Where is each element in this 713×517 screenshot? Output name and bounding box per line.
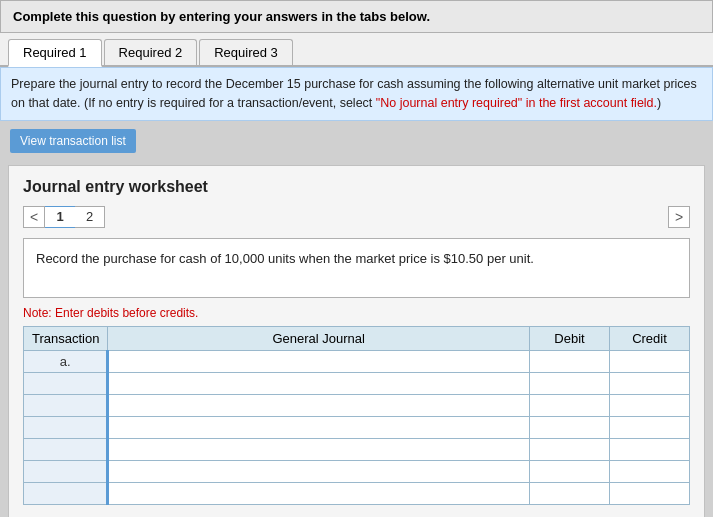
debit-input-4[interactable]: [534, 420, 605, 435]
table-row: [24, 416, 690, 438]
description-box: Record the purchase for cash of 10,000 u…: [23, 238, 690, 298]
col-header-debit: Debit: [530, 326, 610, 350]
journal-entry-3[interactable]: [108, 394, 530, 416]
current-page[interactable]: 1: [45, 206, 75, 228]
transaction-cell-5: [24, 438, 108, 460]
info-text: Prepare the journal entry to record the …: [11, 77, 697, 110]
view-transaction-list-button[interactable]: View transaction list: [10, 129, 136, 153]
debit-input-2[interactable]: [534, 376, 605, 391]
credit-input-1[interactable]: [614, 354, 685, 369]
worksheet-title: Journal entry worksheet: [23, 178, 690, 196]
tab-required-3[interactable]: Required 3: [199, 39, 293, 65]
transaction-cell-6: [24, 460, 108, 482]
journal-entry-1[interactable]: [108, 350, 530, 372]
main-panel: Journal entry worksheet < 1 2 > Record t…: [8, 165, 705, 518]
tab-required-1[interactable]: Required 1: [8, 39, 102, 67]
transaction-cell-3: [24, 394, 108, 416]
debit-input-5[interactable]: [534, 442, 605, 457]
journal-input-2[interactable]: [113, 376, 525, 391]
journal-input-3[interactable]: [113, 398, 525, 413]
credit-cell-2[interactable]: [610, 372, 690, 394]
credit-cell-7[interactable]: [610, 482, 690, 504]
table-row: [24, 438, 690, 460]
credit-input-4[interactable]: [614, 420, 685, 435]
prev-page-button[interactable]: <: [23, 206, 45, 228]
journal-entry-7[interactable]: [108, 482, 530, 504]
journal-entry-4[interactable]: [108, 416, 530, 438]
col-header-credit: Credit: [610, 326, 690, 350]
journal-input-5[interactable]: [113, 442, 525, 457]
tab-required-2[interactable]: Required 2: [104, 39, 198, 65]
info-bar: Prepare the journal entry to record the …: [0, 67, 713, 121]
col-header-general-journal: General Journal: [108, 326, 530, 350]
debit-cell-1[interactable]: [530, 350, 610, 372]
journal-input-6[interactable]: [113, 464, 525, 479]
credit-input-7[interactable]: [614, 486, 685, 501]
table-row: [24, 482, 690, 504]
debit-cell-5[interactable]: [530, 438, 610, 460]
journal-entry-6[interactable]: [108, 460, 530, 482]
tabs-row: Required 1 Required 2 Required 3: [0, 33, 713, 67]
transaction-cell-2: [24, 372, 108, 394]
credit-input-2[interactable]: [614, 376, 685, 391]
col-header-transaction: Transaction: [24, 326, 108, 350]
note-text: Note: Enter debits before credits.: [23, 306, 690, 320]
transaction-cell-7: [24, 482, 108, 504]
transaction-cell-1: a.: [24, 350, 108, 372]
table-row: [24, 394, 690, 416]
credit-input-3[interactable]: [614, 398, 685, 413]
credit-input-5[interactable]: [614, 442, 685, 457]
page-navigator: < 1 2 >: [23, 206, 690, 228]
credit-cell-6[interactable]: [610, 460, 690, 482]
table-row: a.: [24, 350, 690, 372]
table-row: [24, 372, 690, 394]
journal-entry-5[interactable]: [108, 438, 530, 460]
debit-input-7[interactable]: [534, 486, 605, 501]
credit-cell-1[interactable]: [610, 350, 690, 372]
debit-cell-7[interactable]: [530, 482, 610, 504]
debit-input-6[interactable]: [534, 464, 605, 479]
credit-cell-3[interactable]: [610, 394, 690, 416]
next-page[interactable]: 2: [75, 206, 105, 228]
debit-cell-4[interactable]: [530, 416, 610, 438]
highlight-text: "No journal entry required" in the first…: [376, 96, 657, 110]
debit-cell-2[interactable]: [530, 372, 610, 394]
credit-cell-4[interactable]: [610, 416, 690, 438]
page-wrapper: Complete this question by entering your …: [0, 0, 713, 517]
journal-entry-2[interactable]: [108, 372, 530, 394]
description-text: Record the purchase for cash of 10,000 u…: [36, 251, 534, 266]
instruction-bar: Complete this question by entering your …: [0, 0, 713, 33]
debit-input-3[interactable]: [534, 398, 605, 413]
journal-table: Transaction General Journal Debit Credit…: [23, 326, 690, 505]
journal-input-1[interactable]: [113, 354, 525, 369]
journal-input-7[interactable]: [113, 486, 525, 501]
transaction-cell-4: [24, 416, 108, 438]
next-page-button[interactable]: >: [668, 206, 690, 228]
debit-cell-3[interactable]: [530, 394, 610, 416]
table-row: [24, 460, 690, 482]
journal-input-4[interactable]: [113, 420, 525, 435]
credit-input-6[interactable]: [614, 464, 685, 479]
debit-input-1[interactable]: [534, 354, 605, 369]
instruction-text: Complete this question by entering your …: [13, 9, 430, 24]
credit-cell-5[interactable]: [610, 438, 690, 460]
debit-cell-6[interactable]: [530, 460, 610, 482]
